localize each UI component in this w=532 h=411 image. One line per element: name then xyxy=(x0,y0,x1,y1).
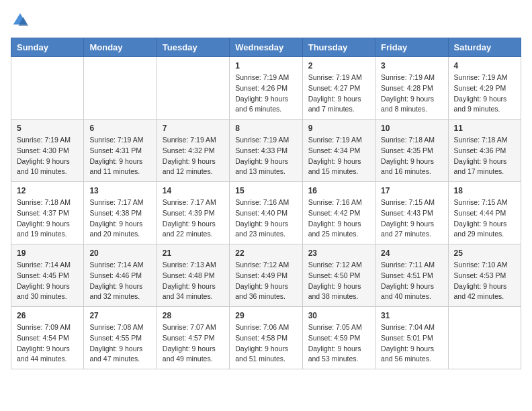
cell-line: and 32 minutes. xyxy=(89,291,150,302)
cell-content: Sunrise: 7:16 AMSunset: 4:42 PMDaylight:… xyxy=(308,197,369,240)
cell-line: Sunrise: 7:08 AM xyxy=(89,322,150,333)
cell-line: Daylight: 9 hours xyxy=(454,94,515,105)
cell-line: Daylight: 9 hours xyxy=(17,281,78,292)
calendar-cell: 8Sunrise: 7:19 AMSunset: 4:33 PMDaylight… xyxy=(230,120,302,182)
calendar-cell: 16Sunrise: 7:16 AMSunset: 4:42 PMDayligh… xyxy=(302,182,375,244)
day-number: 5 xyxy=(17,124,78,133)
cell-line: Sunset: 4:54 PM xyxy=(17,333,78,344)
cell-line: Sunrise: 7:14 AM xyxy=(17,260,78,271)
calendar-header-friday: Friday xyxy=(375,38,448,57)
cell-line: Sunrise: 7:09 AM xyxy=(17,322,78,333)
cell-line: Daylight: 9 hours xyxy=(235,281,296,292)
day-number: 6 xyxy=(89,124,150,133)
cell-line: Sunrise: 7:14 AM xyxy=(89,260,150,271)
day-number: 14 xyxy=(163,186,224,195)
cell-line: Daylight: 9 hours xyxy=(308,281,369,292)
cell-content: Sunrise: 7:19 AMSunset: 4:34 PMDaylight:… xyxy=(308,135,369,177)
cell-line: Sunrise: 7:18 AM xyxy=(17,197,78,208)
cell-line: and 15 minutes. xyxy=(308,167,369,177)
cell-line: Sunrise: 7:13 AM xyxy=(163,260,224,271)
day-number: 17 xyxy=(381,186,442,195)
cell-line: Sunrise: 7:19 AM xyxy=(235,135,296,146)
calendar-cell: 19Sunrise: 7:14 AMSunset: 4:45 PMDayligh… xyxy=(11,244,84,307)
cell-line: Sunset: 4:53 PM xyxy=(454,271,515,281)
cell-line: Sunrise: 7:15 AM xyxy=(454,197,515,208)
calendar-cell: 31Sunrise: 7:04 AMSunset: 5:01 PMDayligh… xyxy=(375,307,448,369)
cell-line: and 19 minutes. xyxy=(17,229,78,240)
cell-line: Daylight: 9 hours xyxy=(17,156,78,167)
calendar-cell: 4Sunrise: 7:19 AMSunset: 4:29 PMDaylight… xyxy=(448,57,521,120)
cell-line: Sunset: 4:37 PM xyxy=(17,208,78,219)
day-number: 27 xyxy=(89,311,150,320)
cell-line: and 40 minutes. xyxy=(381,291,442,302)
day-number: 8 xyxy=(235,124,296,133)
cell-line: Sunrise: 7:17 AM xyxy=(89,197,150,208)
cell-content: Sunrise: 7:19 AMSunset: 4:31 PMDaylight:… xyxy=(89,135,150,177)
cell-line: and 36 minutes. xyxy=(235,291,296,302)
cell-line: Sunrise: 7:19 AM xyxy=(17,135,78,146)
cell-content: Sunrise: 7:19 AMSunset: 4:29 PMDaylight:… xyxy=(454,73,515,115)
calendar-week-row: 5Sunrise: 7:19 AMSunset: 4:30 PMDaylight… xyxy=(11,120,521,182)
cell-content: Sunrise: 7:15 AMSunset: 4:43 PMDaylight:… xyxy=(381,197,442,240)
cell-content: Sunrise: 7:18 AMSunset: 4:35 PMDaylight:… xyxy=(381,135,442,177)
calendar-cell: 23Sunrise: 7:12 AMSunset: 4:50 PMDayligh… xyxy=(302,244,375,307)
cell-line: Sunrise: 7:04 AM xyxy=(381,322,442,333)
cell-line: Sunrise: 7:18 AM xyxy=(454,135,515,146)
cell-line: Sunset: 4:45 PM xyxy=(17,271,78,281)
cell-line: Daylight: 9 hours xyxy=(308,219,369,230)
cell-line: and 25 minutes. xyxy=(308,229,369,240)
calendar-cell: 2Sunrise: 7:19 AMSunset: 4:27 PMDaylight… xyxy=(302,57,375,120)
cell-line: and 11 minutes. xyxy=(89,167,150,177)
cell-line: Sunset: 4:26 PM xyxy=(235,83,296,94)
calendar-cell xyxy=(157,57,229,120)
cell-line: Sunrise: 7:10 AM xyxy=(454,260,515,271)
cell-line: and 49 minutes. xyxy=(163,354,224,365)
cell-content: Sunrise: 7:14 AMSunset: 4:46 PMDaylight:… xyxy=(89,260,150,302)
calendar-header-monday: Monday xyxy=(84,38,157,57)
cell-line: Sunrise: 7:19 AM xyxy=(89,135,150,146)
cell-line: Sunrise: 7:18 AM xyxy=(381,135,442,146)
calendar-header-row: SundayMondayTuesdayWednesdayThursdayFrid… xyxy=(11,38,521,57)
day-number: 28 xyxy=(163,311,224,320)
cell-line: Daylight: 9 hours xyxy=(381,219,442,230)
calendar-cell: 14Sunrise: 7:17 AMSunset: 4:39 PMDayligh… xyxy=(157,182,229,244)
calendar-cell: 7Sunrise: 7:19 AMSunset: 4:32 PMDaylight… xyxy=(157,120,229,182)
cell-line: and 13 minutes. xyxy=(235,167,296,177)
cell-line: and 30 minutes. xyxy=(17,291,78,302)
cell-line: and 56 minutes. xyxy=(381,354,442,365)
cell-line: Daylight: 9 hours xyxy=(308,344,369,355)
cell-line: Sunset: 4:39 PM xyxy=(163,208,224,219)
calendar-cell: 13Sunrise: 7:17 AMSunset: 4:38 PMDayligh… xyxy=(84,182,157,244)
cell-line: Sunset: 4:49 PM xyxy=(235,271,296,281)
cell-line: Daylight: 9 hours xyxy=(381,344,442,355)
day-number: 1 xyxy=(235,61,296,71)
cell-line: Daylight: 9 hours xyxy=(163,156,224,167)
cell-content: Sunrise: 7:11 AMSunset: 4:51 PMDaylight:… xyxy=(381,260,442,302)
calendar-cell: 25Sunrise: 7:10 AMSunset: 4:53 PMDayligh… xyxy=(448,244,521,307)
calendar-table: SundayMondayTuesdayWednesdayThursdayFrid… xyxy=(11,38,521,369)
cell-content: Sunrise: 7:19 AMSunset: 4:30 PMDaylight:… xyxy=(17,135,78,177)
cell-line: Sunrise: 7:06 AM xyxy=(235,322,296,333)
cell-content: Sunrise: 7:14 AMSunset: 4:45 PMDaylight:… xyxy=(17,260,78,302)
cell-line: Daylight: 9 hours xyxy=(163,281,224,292)
cell-line: Sunset: 5:01 PM xyxy=(381,333,442,344)
cell-line: and 7 minutes. xyxy=(308,104,369,115)
cell-line: and 44 minutes. xyxy=(17,354,78,365)
cell-line: Sunrise: 7:11 AM xyxy=(381,260,442,271)
day-number: 7 xyxy=(163,124,224,133)
cell-line: Sunset: 4:46 PM xyxy=(89,271,150,281)
cell-line: and 9 minutes. xyxy=(454,104,515,115)
calendar-cell: 11Sunrise: 7:18 AMSunset: 4:36 PMDayligh… xyxy=(448,120,521,182)
day-number: 20 xyxy=(89,248,150,258)
calendar-cell: 5Sunrise: 7:19 AMSunset: 4:30 PMDaylight… xyxy=(11,120,84,182)
cell-content: Sunrise: 7:19 AMSunset: 4:28 PMDaylight:… xyxy=(381,73,442,115)
cell-content: Sunrise: 7:13 AMSunset: 4:48 PMDaylight:… xyxy=(163,260,224,302)
cell-line: and 51 minutes. xyxy=(235,354,296,365)
calendar-header-wednesday: Wednesday xyxy=(230,38,302,57)
day-number: 22 xyxy=(235,248,296,258)
cell-line: Sunset: 4:57 PM xyxy=(163,333,224,344)
day-number: 25 xyxy=(454,248,515,258)
cell-line: Sunset: 4:29 PM xyxy=(454,83,515,94)
day-number: 30 xyxy=(308,311,369,320)
day-number: 10 xyxy=(381,124,442,133)
